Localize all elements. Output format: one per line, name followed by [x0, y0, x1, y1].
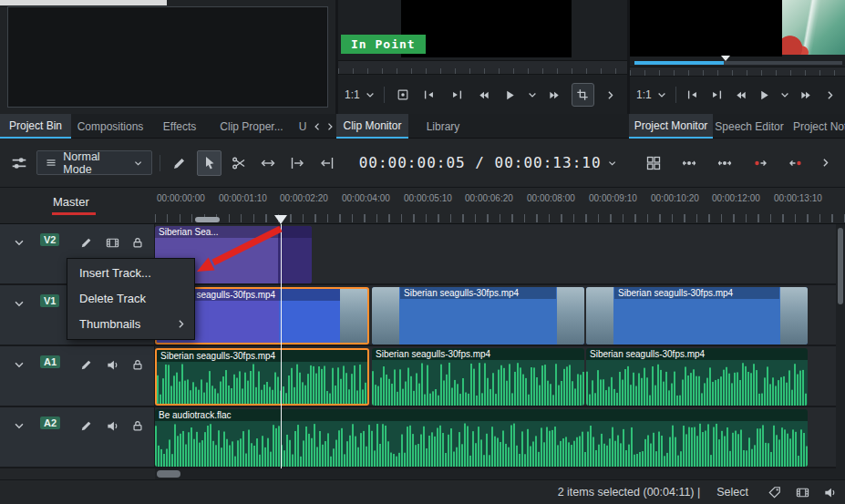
render-progress-track[interactable] [634, 61, 842, 65]
collapse-track-button[interactable] [9, 293, 29, 314]
tab-scroll-right-button[interactable] [324, 119, 336, 133]
tab-clip-properties[interactable]: Clip Proper... [210, 114, 294, 139]
master-button[interactable]: Master [53, 195, 89, 209]
tab-clip-monitor[interactable]: Clip Monitor [336, 114, 408, 139]
menu-item-thumbnails[interactable]: Thumbnails [67, 312, 194, 337]
clip-a1-3[interactable]: Siberian seagulls-30fps.mp4 [586, 348, 808, 406]
timeline-vscrollbar[interactable] [836, 224, 845, 468]
track-head-a2[interactable]: A2 [0, 407, 155, 468]
show-video-thumbnails-button[interactable] [792, 482, 812, 502]
tab-undo-history[interactable]: U [294, 114, 312, 139]
clip-a1-1[interactable]: Siberian seagulls-30fps.mp4 [155, 348, 369, 406]
selection-tool-button[interactable] [197, 150, 221, 176]
tab-project-monitor[interactable]: Project Monitor [629, 114, 713, 139]
ruler-label: 00:00:01:10 [219, 193, 267, 203]
mute-track-button[interactable] [102, 416, 122, 436]
edit-mode-combo[interactable]: Normal Mode [36, 150, 152, 175]
project-monitor-video[interactable] [630, 0, 782, 57]
razor-tool-button[interactable] [227, 150, 251, 176]
show-thumbnails-button[interactable] [102, 232, 122, 252]
timecode-display[interactable]: 00:00:00:05 / 00:00:13:10 [359, 154, 602, 171]
tab-project-notes[interactable]: Project Note... [786, 114, 845, 139]
project-monitor-zoom-combo[interactable]: 1:1 [636, 88, 667, 101]
track-tag[interactable]: A1 [40, 355, 60, 368]
ripple-end-button[interactable] [314, 150, 338, 176]
project-monitor-seekbar[interactable] [630, 67, 845, 77]
show-markers-button[interactable] [765, 482, 785, 502]
tab-effects[interactable]: Effects [149, 114, 210, 139]
timeline-hscrollbar[interactable] [155, 468, 845, 479]
tab-project-bin[interactable]: Project Bin [0, 114, 71, 139]
track-tag[interactable]: A2 [40, 417, 60, 429]
show-audio-thumbnails-button[interactable] [819, 482, 840, 502]
clip-v1-2[interactable]: Siberian seagulls-30fps.mp4 [372, 287, 584, 345]
master-underline [52, 212, 96, 215]
track-tag[interactable]: V1 [40, 294, 59, 307]
zoom-level-label: 1:1 [636, 88, 652, 101]
lock-track-button[interactable] [128, 232, 148, 252]
pencil-icon [172, 156, 187, 170]
rewind-button[interactable] [473, 84, 493, 106]
clip-a1-2[interactable]: Siberian seagulls-30fps.mp4 [372, 348, 584, 406]
play-button[interactable] [500, 84, 520, 106]
insert-zone-button[interactable] [712, 150, 737, 176]
playhead-handle[interactable] [274, 215, 287, 224]
play-options-button[interactable] [779, 84, 790, 106]
hscrollbar-thumb[interactable] [157, 470, 180, 478]
monitor-playhead-marker[interactable] [721, 56, 730, 61]
monitor-menu-button[interactable] [821, 84, 839, 106]
play-button[interactable] [756, 84, 773, 106]
go-to-zone-start-button[interactable] [419, 84, 439, 106]
mute-track-button[interactable] [102, 355, 122, 375]
zone-frame-button[interactable] [393, 84, 413, 106]
mix-clips-button[interactable] [676, 150, 702, 176]
collapse-track-button[interactable] [9, 232, 29, 252]
tab-library[interactable]: Library [408, 114, 478, 139]
split-view-button[interactable] [641, 150, 666, 176]
chevron-down-icon [13, 419, 26, 432]
zone-indicator[interactable] [195, 217, 220, 222]
spacer-tool-button[interactable] [256, 150, 280, 176]
submenu-chevron-icon [175, 318, 187, 330]
timeline-settings-button[interactable] [7, 150, 31, 176]
ripple-start-button[interactable] [285, 150, 309, 176]
track-tag[interactable]: V2 [40, 233, 59, 246]
slip-tool-button[interactable] [168, 150, 191, 176]
loop-zone-button[interactable] [572, 83, 593, 107]
lift-zone-button[interactable] [783, 150, 809, 176]
track-head-a1[interactable]: A1 [0, 346, 155, 407]
tab-speech-editor[interactable]: Speech Editor [713, 114, 786, 139]
chevron-down-icon[interactable] [607, 158, 617, 169]
extract-zone-button[interactable] [747, 150, 773, 176]
go-to-zone-end-button[interactable] [446, 84, 466, 106]
timeline-ruler[interactable]: Master 00:00:00:00 00:00:01:10 00:00:02:… [0, 188, 845, 224]
clip-title: Siberian seagulls-30fps.mp4 [157, 350, 367, 362]
clip-a2-audiotrack[interactable]: Be audiotrack.flac [155, 409, 808, 467]
track-effects-button[interactable] [77, 416, 97, 436]
lock-track-button[interactable] [128, 355, 148, 375]
lock-track-button[interactable] [128, 416, 148, 436]
timeline-lanes[interactable]: Siberian Sea... Siberian seagulls-30fps.… [155, 224, 836, 468]
tab-scroll-left-button[interactable] [311, 119, 324, 133]
forward-button[interactable] [545, 84, 565, 106]
collapse-track-button[interactable] [9, 416, 29, 436]
rewind-button[interactable] [732, 84, 749, 106]
project-bin-empty-area[interactable] [7, 6, 328, 108]
menu-item-delete-track[interactable]: Delete Track [67, 286, 194, 312]
go-to-zone-end-button[interactable] [708, 84, 726, 106]
clip-v1-3[interactable]: Siberian seagulls-30fps.mp4 [586, 287, 808, 345]
vscrollbar-thumb[interactable] [838, 228, 843, 304]
tab-compositions[interactable]: Compositions [71, 114, 149, 139]
clip-monitor-zoom-combo[interactable]: 1:1 [345, 88, 376, 101]
clip-monitor-video[interactable] [401, 0, 572, 57]
go-to-zone-start-button[interactable] [684, 84, 701, 106]
track-effects-button[interactable] [77, 232, 97, 252]
collapse-track-button[interactable] [9, 355, 29, 375]
monitor-menu-button[interactable] [601, 84, 621, 106]
menu-item-insert-track[interactable]: Insert Track... [67, 261, 194, 286]
forward-button[interactable] [797, 84, 814, 106]
play-options-button[interactable] [527, 84, 539, 106]
toolbar-overflow-button[interactable] [814, 150, 838, 176]
clip-monitor-seekbar[interactable] [338, 60, 627, 75]
track-effects-button[interactable] [77, 355, 97, 375]
